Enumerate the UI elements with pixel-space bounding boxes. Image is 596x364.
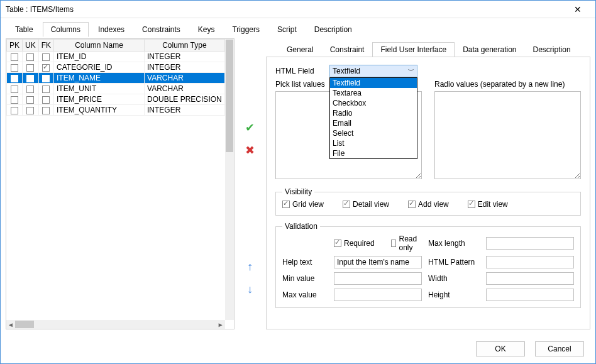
- helptext-input[interactable]: [334, 256, 422, 268]
- pk-checkbox[interactable]: [11, 64, 18, 72]
- column-type-cell[interactable]: VARCHAR: [145, 73, 225, 84]
- readonly-checkbox[interactable]: Read only: [391, 234, 422, 252]
- table-row[interactable]: ITEM_PRICEDOUBLE PRECISION: [7, 94, 225, 105]
- ok-button[interactable]: OK: [476, 341, 525, 356]
- tab-table[interactable]: Table: [7, 22, 41, 37]
- column-name-cell[interactable]: ITEM_PRICE: [54, 94, 145, 105]
- subtab-description[interactable]: Description: [525, 42, 579, 57]
- combo-option[interactable]: Select: [330, 128, 417, 138]
- tab-triggers[interactable]: Triggers: [224, 22, 268, 37]
- minvalue-input[interactable]: [334, 272, 422, 285]
- scroll-left-icon[interactable]: ◄: [6, 321, 15, 328]
- column-name-cell[interactable]: ITEM_ID: [54, 52, 145, 62]
- scroll-right-icon[interactable]: ►: [216, 321, 225, 328]
- validation-legend: Validation: [282, 222, 320, 231]
- subtab-field-user-interface[interactable]: Field User Interface: [372, 42, 455, 57]
- cancel-button[interactable]: Cancel: [535, 341, 584, 356]
- addview-checkbox[interactable]: Add view: [408, 200, 449, 209]
- column-type-cell[interactable]: INTEGER: [145, 52, 225, 62]
- combo-option[interactable]: File: [330, 148, 417, 158]
- move-up-icon[interactable]: ↑: [243, 259, 258, 274]
- table-row[interactable]: ITEM_NAMEVARCHAR: [7, 73, 225, 84]
- maxvalue-label: Max value: [282, 290, 328, 299]
- pk-checkbox[interactable]: [11, 96, 18, 104]
- combo-option[interactable]: List: [330, 138, 417, 148]
- fk-checkbox[interactable]: [42, 64, 50, 72]
- column-name-cell[interactable]: ITEM_NAME: [54, 73, 145, 84]
- column-type-cell[interactable]: VARCHAR: [145, 84, 225, 94]
- tab-columns[interactable]: Columns: [43, 22, 89, 37]
- minvalue-label: Min value: [282, 274, 328, 283]
- pk-checkbox[interactable]: [11, 107, 18, 114]
- combo-option[interactable]: Textfield: [330, 78, 417, 88]
- uk-checkbox[interactable]: [26, 64, 34, 72]
- htmlpattern-label: HTML Pattern: [428, 258, 480, 267]
- required-checkbox[interactable]: Required: [334, 234, 375, 252]
- maxlength-input[interactable]: [486, 237, 574, 250]
- html-field-combo[interactable]: Textfield ﹀: [329, 65, 417, 77]
- fk-checkbox[interactable]: [42, 53, 50, 61]
- uk-checkbox[interactable]: [26, 75, 34, 82]
- columns-grid[interactable]: PK UK FK Column Name Column Type ITEM_ID…: [6, 39, 225, 116]
- col-header-type[interactable]: Column Type: [145, 40, 225, 52]
- column-type-cell[interactable]: INTEGER: [145, 105, 225, 116]
- html-field-dropdown[interactable]: TextfieldTextareaCheckboxRadioEmailSelec…: [329, 77, 417, 159]
- width-input[interactable]: [486, 272, 574, 285]
- editview-checkbox[interactable]: Edit view: [468, 200, 508, 209]
- column-type-cell[interactable]: INTEGER: [145, 62, 225, 73]
- tab-indexes[interactable]: Indexes: [90, 22, 133, 37]
- uk-checkbox[interactable]: [26, 53, 34, 61]
- column-name-cell[interactable]: ITEM_QUANTITY: [54, 105, 145, 116]
- pk-checkbox[interactable]: [11, 85, 18, 93]
- tab-keys[interactable]: Keys: [190, 22, 223, 37]
- uk-checkbox[interactable]: [26, 96, 34, 104]
- column-name-cell[interactable]: CATEGORIE_ID: [54, 62, 145, 73]
- reject-icon[interactable]: ✖: [243, 143, 258, 158]
- radiovalues-input[interactable]: [434, 91, 581, 179]
- table-row[interactable]: ITEM_QUANTITYINTEGER: [7, 105, 225, 116]
- subtab-data-generation[interactable]: Data generation: [455, 42, 524, 57]
- content-area: I PK UK FK Column Name Column Type: [1, 38, 595, 334]
- vertical-scrollbar[interactable]: [225, 39, 234, 320]
- table-row[interactable]: ITEM_IDINTEGER: [7, 52, 225, 62]
- maxvalue-input[interactable]: [334, 289, 422, 301]
- htmlpattern-input[interactable]: [486, 256, 574, 268]
- pk-checkbox[interactable]: [11, 75, 18, 82]
- tab-constraints[interactable]: Constraints: [134, 22, 189, 37]
- col-header-name[interactable]: Column Name: [54, 40, 145, 52]
- gridview-checkbox[interactable]: Grid view: [282, 200, 324, 209]
- combo-option[interactable]: Radio: [330, 108, 417, 118]
- column-type-cell[interactable]: DOUBLE PRECISION: [145, 94, 225, 105]
- detailview-checkbox[interactable]: Detail view: [343, 200, 389, 209]
- close-button[interactable]: ✕: [565, 1, 590, 18]
- combo-option[interactable]: Textarea: [330, 88, 417, 98]
- combo-option[interactable]: Checkbox: [330, 98, 417, 108]
- table-row[interactable]: ITEM_UNITVARCHAR: [7, 84, 225, 94]
- column-name-cell[interactable]: ITEM_UNIT: [54, 84, 145, 94]
- col-header-uk[interactable]: UK: [23, 40, 39, 52]
- pk-checkbox[interactable]: [11, 53, 18, 61]
- uk-checkbox[interactable]: [26, 85, 34, 93]
- combo-option[interactable]: Email: [330, 118, 417, 128]
- fk-checkbox[interactable]: [42, 85, 50, 93]
- table-row[interactable]: CATEGORIE_IDINTEGER: [7, 62, 225, 73]
- move-down-icon[interactable]: ↓: [243, 282, 258, 297]
- height-label: Height: [428, 290, 480, 299]
- tab-script[interactable]: Script: [269, 22, 305, 37]
- col-header-fk[interactable]: FK: [38, 40, 53, 52]
- subtab-general[interactable]: General: [279, 42, 322, 57]
- tab-description[interactable]: Description: [306, 22, 360, 37]
- accept-icon[interactable]: ✔: [243, 120, 258, 135]
- fk-checkbox[interactable]: [42, 96, 50, 104]
- row-actions: ✔ ✖ ↑ ↓: [238, 38, 262, 329]
- height-input[interactable]: [486, 289, 574, 301]
- col-header-pk[interactable]: PK: [7, 40, 23, 52]
- fk-checkbox[interactable]: [42, 75, 50, 82]
- subtab-constraint[interactable]: Constraint: [322, 42, 373, 57]
- visibility-fieldset: Visibility Grid view Detail view Add vie…: [275, 187, 581, 216]
- uk-checkbox[interactable]: [26, 107, 34, 114]
- columns-pane: I PK UK FK Column Name Column Type: [6, 38, 235, 329]
- fk-checkbox[interactable]: [42, 107, 50, 114]
- dialog-footer: OK Cancel: [1, 334, 595, 363]
- horizontal-scrollbar[interactable]: ◄ ►: [6, 320, 225, 329]
